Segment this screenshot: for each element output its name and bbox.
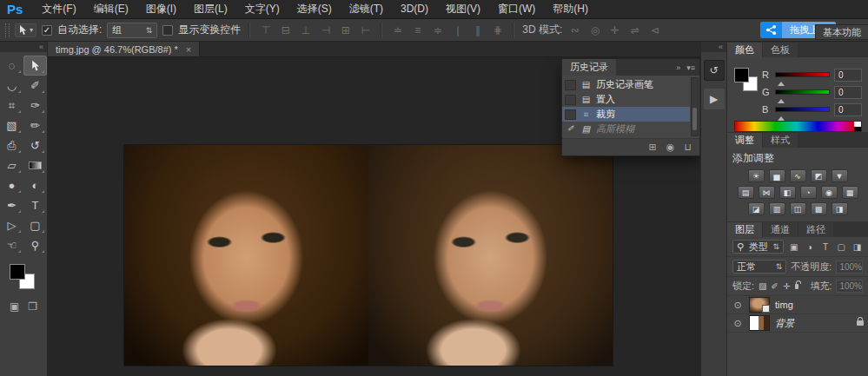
filter-smart-objects-icon[interactable]: ◨: [851, 242, 863, 252]
menu-view[interactable]: 视图(V): [437, 0, 489, 18]
slider-thumb[interactable]: [778, 96, 785, 103]
hue-saturation-icon[interactable]: ▤: [738, 186, 754, 199]
menu-layer[interactable]: 图层(L): [185, 0, 236, 18]
menu-filter[interactable]: 滤镜(T): [341, 0, 392, 18]
invert-icon[interactable]: ◪: [748, 202, 765, 215]
align-right-icon[interactable]: ⊢: [358, 23, 373, 38]
threshold-icon[interactable]: ◫: [790, 202, 806, 215]
spot-healing-brush-tool[interactable]: ▧: [0, 115, 23, 135]
layer-row-timg[interactable]: ⊙ timg: [727, 296, 868, 314]
screen-mode-button[interactable]: ❐: [28, 300, 37, 313]
brightness-contrast-icon[interactable]: ☀: [748, 169, 765, 182]
tab-channels[interactable]: 通道: [763, 222, 798, 237]
clone-stamp-tool[interactable]: ⎙: [0, 135, 23, 155]
history-item[interactable]: ▤ 置入: [562, 92, 690, 107]
quick-mask-button[interactable]: ▣: [10, 300, 19, 313]
zoom-tool[interactable]: ⚲: [23, 235, 47, 255]
slider-thumb[interactable]: [778, 113, 785, 121]
align-top-icon[interactable]: ⊤: [258, 23, 273, 38]
document-tab[interactable]: timg.jpg @ 46.7%(RGB/8#) * ×: [48, 42, 200, 56]
blue-slider[interactable]: [775, 107, 830, 112]
auto-select-checkbox[interactable]: ✓: [42, 25, 52, 36]
collapse-panel-icon[interactable]: «: [0, 42, 47, 52]
levels-icon[interactable]: ▅: [769, 169, 785, 182]
collapse-panel-icon[interactable]: »: [676, 63, 680, 72]
history-brush-source-icon[interactable]: ✐: [565, 124, 576, 135]
filter-adjustment-layers-icon[interactable]: ◑: [804, 242, 815, 252]
menu-help[interactable]: 帮助(H): [544, 0, 597, 18]
hand-tool[interactable]: ☜: [0, 235, 23, 255]
actions-panel-icon[interactable]: ▶: [704, 89, 725, 109]
filter-shape-layers-icon[interactable]: ▢: [836, 242, 847, 252]
visibility-eye-icon[interactable]: ⊙: [732, 318, 744, 329]
distribute-right-icon[interactable]: ⋕: [490, 23, 505, 38]
new-document-from-state-button[interactable]: ⊞: [649, 142, 657, 153]
distribute-bottom-icon[interactable]: ≑: [430, 23, 445, 38]
history-brush-tool[interactable]: ↺: [23, 135, 47, 155]
black-swatch[interactable]: [854, 127, 861, 131]
selective-color-icon[interactable]: ◨: [832, 202, 848, 215]
history-panel-icon[interactable]: ↺: [704, 60, 725, 81]
lock-transparent-pixels-icon[interactable]: ▨: [759, 281, 766, 291]
panel-menu-icon[interactable]: ▾≡: [686, 63, 695, 72]
align-vcenter-icon[interactable]: ⊟: [278, 23, 293, 38]
history-item[interactable]: ▤ 历史记录画笔: [562, 77, 690, 92]
opacity-field[interactable]: 100%: [836, 261, 863, 274]
fill-field[interactable]: 100%: [836, 280, 863, 293]
layer-thumbnail[interactable]: [749, 315, 770, 331]
color-balance-icon[interactable]: ⋈: [759, 186, 775, 199]
filter-pixel-layers-icon[interactable]: ▣: [788, 242, 799, 252]
auto-select-dropdown[interactable]: 组 ⇅: [107, 23, 157, 38]
history-item-undone[interactable]: ✐ ▤ 高斯模糊: [562, 122, 690, 136]
tab-styles[interactable]: 样式: [763, 133, 798, 148]
blur-tool[interactable]: ●: [0, 175, 23, 195]
filter-type-layers-icon[interactable]: T: [819, 242, 831, 252]
align-hcenter-icon[interactable]: ⊞: [338, 23, 353, 38]
foreground-color-swatch[interactable]: [10, 264, 25, 280]
history-source-box[interactable]: [565, 109, 576, 120]
black-white-icon[interactable]: ◧: [779, 186, 796, 199]
blend-mode-dropdown[interactable]: 正常 ⇅: [732, 260, 786, 274]
layer-name[interactable]: timg: [775, 300, 793, 310]
delete-state-button[interactable]: ⊔: [684, 142, 692, 153]
3d-orbit-icon[interactable]: ∾: [567, 23, 582, 38]
show-transform-checkbox[interactable]: [162, 25, 173, 36]
red-slider[interactable]: [775, 72, 830, 77]
move-tool-preset[interactable]: ▾: [15, 23, 36, 37]
path-selection-tool[interactable]: ▷: [0, 215, 23, 235]
exposure-icon[interactable]: ◩: [811, 169, 827, 182]
menu-select[interactable]: 选择(S): [288, 0, 341, 18]
color-lookup-icon[interactable]: ▦: [842, 186, 858, 199]
green-slider[interactable]: [775, 89, 830, 95]
history-item-selected[interactable]: ⌗ 裁剪: [562, 107, 690, 122]
workspace-switcher[interactable]: 基本功能: [815, 24, 868, 40]
vibrance-icon[interactable]: ▼: [832, 169, 848, 182]
scrollbar-thumb[interactable]: [692, 108, 697, 130]
layer-name[interactable]: 背景: [775, 317, 794, 330]
3d-slide-icon[interactable]: ⇌: [627, 23, 642, 38]
menu-type[interactable]: 文字(Y): [236, 0, 288, 18]
distribute-hcenter-icon[interactable]: ∥: [470, 23, 485, 38]
menu-image[interactable]: 图像(I): [137, 0, 185, 18]
align-bottom-icon[interactable]: ⊥: [298, 23, 313, 38]
slider-thumb[interactable]: [778, 78, 785, 86]
distribute-left-icon[interactable]: ∣: [450, 23, 465, 38]
gradient-tool[interactable]: [23, 155, 47, 175]
red-value-field[interactable]: 0: [834, 69, 862, 82]
channel-mixer-icon[interactable]: ◉: [821, 186, 838, 199]
history-source-box[interactable]: [565, 80, 576, 90]
lock-position-icon[interactable]: ✛: [783, 281, 791, 291]
elliptical-marquee-tool[interactable]: ◌: [0, 56, 23, 76]
quick-selection-tool[interactable]: ✐: [23, 76, 47, 96]
history-source-box[interactable]: [565, 95, 576, 105]
lock-image-pixels-icon[interactable]: ✐: [772, 281, 779, 291]
tab-paths[interactable]: 路径: [798, 222, 833, 237]
tab-swatches[interactable]: 色板: [763, 43, 798, 57]
layer-filter-dropdown[interactable]: ⚲ 类型 ⇅: [732, 240, 784, 254]
collapse-dock-icon[interactable]: «: [701, 42, 726, 52]
align-left-icon[interactable]: ⊣: [318, 23, 333, 38]
type-tool[interactable]: T: [23, 195, 47, 215]
menu-file[interactable]: 文件(F): [33, 0, 84, 18]
move-tool[interactable]: [23, 56, 47, 76]
brush-tool[interactable]: ✏: [23, 115, 47, 135]
